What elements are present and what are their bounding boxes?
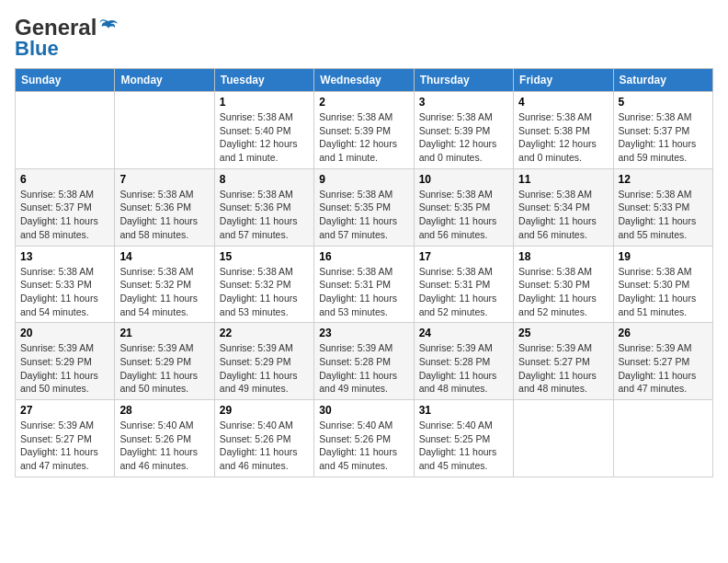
- day-number: 10: [419, 173, 508, 186]
- calendar-table: SundayMondayTuesdayWednesdayThursdayFrid…: [15, 68, 713, 477]
- calendar-cell: 3 Sunrise: 5:38 AMSunset: 5:39 PMDayligh…: [414, 92, 513, 169]
- day-number: 9: [319, 173, 408, 186]
- day-number: 11: [518, 173, 608, 186]
- calendar-cell: 31 Sunrise: 5:40 AMSunset: 5:25 PMDaylig…: [414, 400, 513, 477]
- day-info: Sunrise: 5:38 AMSunset: 5:36 PMDaylight:…: [119, 189, 198, 240]
- calendar-week-row: 20 Sunrise: 5:39 AMSunset: 5:29 PMDaylig…: [16, 323, 713, 400]
- day-number: 15: [220, 250, 309, 263]
- calendar-cell: 12 Sunrise: 5:38 AMSunset: 5:33 PMDaylig…: [613, 168, 712, 246]
- day-number: 21: [119, 327, 209, 339]
- day-number: 1: [220, 96, 309, 109]
- day-number: 22: [220, 327, 309, 339]
- logo-blue: Blue: [15, 37, 59, 61]
- calendar-cell: 29 Sunrise: 5:40 AMSunset: 5:26 PMDaylig…: [214, 400, 313, 477]
- day-info: Sunrise: 5:40 AMSunset: 5:26 PMDaylight:…: [119, 419, 198, 471]
- calendar-cell: 1 Sunrise: 5:38 AMSunset: 5:40 PMDayligh…: [214, 92, 313, 169]
- day-info: Sunrise: 5:39 AMSunset: 5:29 PMDaylight:…: [220, 342, 298, 394]
- day-info: Sunrise: 5:38 AMSunset: 5:33 PMDaylight:…: [619, 189, 697, 240]
- day-info: Sunrise: 5:40 AMSunset: 5:25 PMDaylight:…: [419, 419, 497, 471]
- calendar-week-row: 6 Sunrise: 5:38 AMSunset: 5:37 PMDayligh…: [16, 168, 713, 246]
- day-info: Sunrise: 5:39 AMSunset: 5:28 PMDaylight:…: [419, 342, 497, 394]
- calendar-cell: 18 Sunrise: 5:38 AMSunset: 5:30 PMDaylig…: [514, 246, 613, 323]
- day-number: 20: [20, 327, 109, 339]
- day-info: Sunrise: 5:38 AMSunset: 5:35 PMDaylight:…: [419, 189, 497, 240]
- day-number: 27: [20, 404, 109, 417]
- calendar-cell: 20 Sunrise: 5:39 AMSunset: 5:29 PMDaylig…: [16, 323, 115, 400]
- day-info: Sunrise: 5:38 AMSunset: 5:34 PMDaylight:…: [518, 189, 597, 240]
- weekday-header-saturday: Saturday: [613, 69, 712, 92]
- day-number: 29: [220, 404, 309, 417]
- day-number: 3: [419, 96, 508, 109]
- day-number: 19: [619, 250, 708, 263]
- weekday-header-thursday: Thursday: [414, 69, 513, 92]
- calendar-cell: 27 Sunrise: 5:39 AMSunset: 5:27 PMDaylig…: [16, 400, 115, 477]
- day-info: Sunrise: 5:38 AMSunset: 5:32 PMDaylight:…: [119, 266, 198, 317]
- calendar-cell: 30 Sunrise: 5:40 AMSunset: 5:26 PMDaylig…: [314, 400, 414, 477]
- day-info: Sunrise: 5:40 AMSunset: 5:26 PMDaylight:…: [319, 419, 397, 471]
- day-number: 31: [419, 404, 508, 417]
- calendar-cell: 9 Sunrise: 5:38 AMSunset: 5:35 PMDayligh…: [314, 168, 414, 246]
- weekday-header-row: SundayMondayTuesdayWednesdayThursdayFrid…: [16, 69, 713, 92]
- day-number: 28: [119, 404, 209, 417]
- calendar-cell: [514, 400, 613, 477]
- calendar-cell: 11 Sunrise: 5:38 AMSunset: 5:34 PMDaylig…: [514, 168, 613, 246]
- weekday-header-sunday: Sunday: [16, 69, 115, 92]
- day-number: 18: [518, 250, 608, 263]
- day-info: Sunrise: 5:38 AMSunset: 5:31 PMDaylight:…: [419, 266, 497, 317]
- calendar-cell: 15 Sunrise: 5:38 AMSunset: 5:32 PMDaylig…: [214, 246, 313, 323]
- day-info: Sunrise: 5:38 AMSunset: 5:32 PMDaylight:…: [220, 266, 298, 317]
- day-number: 5: [619, 96, 708, 109]
- calendar-cell: 7 Sunrise: 5:38 AMSunset: 5:36 PMDayligh…: [115, 168, 214, 246]
- calendar-cell: 19 Sunrise: 5:38 AMSunset: 5:30 PMDaylig…: [613, 246, 712, 323]
- weekday-header-friday: Friday: [514, 69, 613, 92]
- calendar-cell: 6 Sunrise: 5:38 AMSunset: 5:37 PMDayligh…: [16, 168, 115, 246]
- day-number: 12: [619, 173, 708, 186]
- day-info: Sunrise: 5:40 AMSunset: 5:26 PMDaylight:…: [220, 419, 298, 471]
- weekday-header-wednesday: Wednesday: [314, 69, 414, 92]
- day-number: 7: [119, 173, 209, 186]
- day-info: Sunrise: 5:39 AMSunset: 5:27 PMDaylight:…: [20, 419, 98, 471]
- calendar-week-row: 13 Sunrise: 5:38 AMSunset: 5:33 PMDaylig…: [16, 246, 713, 323]
- calendar-cell: [115, 92, 214, 169]
- day-info: Sunrise: 5:39 AMSunset: 5:27 PMDaylight:…: [518, 342, 597, 394]
- day-number: 13: [20, 250, 109, 263]
- calendar-cell: 4 Sunrise: 5:38 AMSunset: 5:38 PMDayligh…: [514, 92, 613, 169]
- calendar-cell: 16 Sunrise: 5:38 AMSunset: 5:31 PMDaylig…: [314, 246, 414, 323]
- day-number: 17: [419, 250, 508, 263]
- calendar-cell: 23 Sunrise: 5:39 AMSunset: 5:28 PMDaylig…: [314, 323, 414, 400]
- day-info: Sunrise: 5:38 AMSunset: 5:31 PMDaylight:…: [319, 266, 397, 317]
- day-info: Sunrise: 5:38 AMSunset: 5:38 PMDaylight:…: [518, 111, 597, 163]
- calendar-cell: 24 Sunrise: 5:39 AMSunset: 5:28 PMDaylig…: [414, 323, 513, 400]
- calendar-cell: 26 Sunrise: 5:39 AMSunset: 5:27 PMDaylig…: [613, 323, 712, 400]
- calendar-cell: 8 Sunrise: 5:38 AMSunset: 5:36 PMDayligh…: [214, 168, 313, 246]
- calendar-week-row: 27 Sunrise: 5:39 AMSunset: 5:27 PMDaylig…: [16, 400, 713, 477]
- day-number: 23: [319, 327, 408, 339]
- page-header: General Blue: [15, 15, 713, 61]
- day-info: Sunrise: 5:38 AMSunset: 5:37 PMDaylight:…: [20, 189, 98, 240]
- day-info: Sunrise: 5:38 AMSunset: 5:30 PMDaylight:…: [619, 266, 697, 317]
- weekday-header-monday: Monday: [115, 69, 214, 92]
- day-info: Sunrise: 5:38 AMSunset: 5:35 PMDaylight:…: [319, 189, 397, 240]
- calendar-cell: 22 Sunrise: 5:39 AMSunset: 5:29 PMDaylig…: [214, 323, 313, 400]
- calendar-cell: 21 Sunrise: 5:39 AMSunset: 5:29 PMDaylig…: [115, 323, 214, 400]
- day-info: Sunrise: 5:38 AMSunset: 5:33 PMDaylight:…: [20, 266, 98, 317]
- day-info: Sunrise: 5:38 AMSunset: 5:40 PMDaylight:…: [220, 111, 298, 163]
- calendar-cell: 25 Sunrise: 5:39 AMSunset: 5:27 PMDaylig…: [514, 323, 613, 400]
- day-number: 16: [319, 250, 408, 263]
- day-info: Sunrise: 5:39 AMSunset: 5:28 PMDaylight:…: [319, 342, 397, 394]
- logo-bird-icon: [98, 17, 119, 38]
- calendar-cell: [613, 400, 712, 477]
- day-number: 24: [419, 327, 508, 339]
- day-info: Sunrise: 5:38 AMSunset: 5:30 PMDaylight:…: [518, 266, 597, 317]
- day-number: 4: [518, 96, 608, 109]
- calendar-cell: 28 Sunrise: 5:40 AMSunset: 5:26 PMDaylig…: [115, 400, 214, 477]
- day-number: 25: [518, 327, 608, 339]
- day-number: 26: [619, 327, 708, 339]
- calendar-cell: 10 Sunrise: 5:38 AMSunset: 5:35 PMDaylig…: [414, 168, 513, 246]
- day-info: Sunrise: 5:38 AMSunset: 5:39 PMDaylight:…: [419, 111, 497, 163]
- day-number: 30: [319, 404, 408, 417]
- day-number: 2: [319, 96, 408, 109]
- calendar-cell: 2 Sunrise: 5:38 AMSunset: 5:39 PMDayligh…: [314, 92, 414, 169]
- day-number: 8: [220, 173, 309, 186]
- calendar-cell: 14 Sunrise: 5:38 AMSunset: 5:32 PMDaylig…: [115, 246, 214, 323]
